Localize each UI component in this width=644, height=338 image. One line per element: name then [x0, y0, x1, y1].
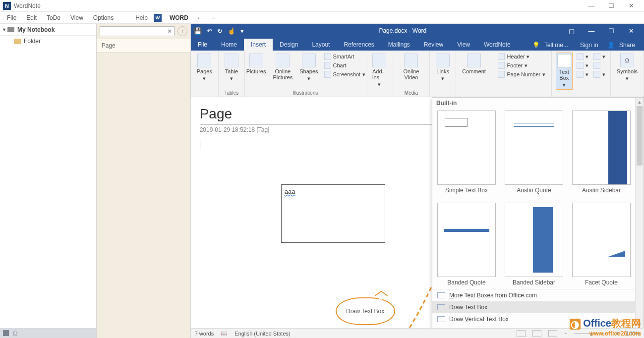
- gallery-item-simple[interactable]: Simple Text Box: [437, 111, 496, 194]
- online-video-button[interactable]: Online Video: [397, 53, 425, 81]
- language[interactable]: English (United States): [234, 331, 291, 337]
- share-button[interactable]: 👤 Share: [604, 40, 641, 51]
- qat-undo-icon[interactable]: ↶: [207, 27, 212, 35]
- document-area[interactable]: Page 2019-01-29 18:52:18 [Tag] aaa Draw …: [191, 97, 644, 328]
- collapse-icon[interactable]: ▾: [3, 27, 5, 32]
- gallery-item-banded-quote[interactable]: Banded Quote: [437, 203, 496, 286]
- inserted-text-box[interactable]: aaa: [281, 184, 385, 243]
- qat-touch-icon[interactable]: ☝: [228, 27, 235, 35]
- footer-btn-2[interactable]: ⎙: [13, 329, 17, 337]
- folder-item[interactable]: Folder: [0, 36, 96, 47]
- close-button[interactable]: ✕: [621, 2, 641, 9]
- page-number-button[interactable]: Page Number ▾: [497, 70, 546, 78]
- tab-references[interactable]: References: [337, 39, 381, 51]
- qat-redo-icon[interactable]: ↻: [217, 27, 223, 35]
- word-count[interactable]: 7 words: [195, 331, 214, 337]
- draw-vertical-text-box[interactable]: Draw Vertical Text Box: [432, 313, 644, 325]
- symbols-button[interactable]: ΩSymbols▾: [615, 53, 640, 83]
- chart-button[interactable]: Chart: [323, 61, 367, 69]
- word-close-button[interactable]: ✕: [621, 27, 641, 35]
- tab-home[interactable]: Home: [214, 39, 244, 51]
- tab-file[interactable]: File: [191, 39, 214, 51]
- nav-back-icon[interactable]: ←: [194, 14, 205, 22]
- gallery-item-banded-sidebar[interactable]: Banded Sidebar: [505, 203, 563, 286]
- text-box-button[interactable]: Text Box▾: [556, 53, 573, 90]
- table-button[interactable]: Table▾: [223, 53, 240, 83]
- qat-save-icon[interactable]: 💾: [194, 27, 202, 35]
- screenshot-button[interactable]: Screenshot ▾: [323, 70, 367, 78]
- view-print-icon[interactable]: [532, 330, 541, 337]
- menu-options[interactable]: Options: [89, 13, 117, 23]
- more-text-boxes[interactable]: More Text Boxes from Office.com▸: [432, 289, 644, 301]
- nav-forward-icon[interactable]: →: [207, 14, 218, 22]
- scroll-up-icon[interactable]: ▲: [636, 98, 644, 106]
- menu-view[interactable]: View: [66, 13, 87, 23]
- tab-mailings[interactable]: Mailings: [381, 39, 417, 51]
- gallery-scrollbar[interactable]: ▲ ▼: [635, 98, 644, 328]
- menu-help[interactable]: Help: [131, 13, 152, 23]
- object-button[interactable]: ▾: [592, 70, 606, 78]
- notebook-icon: [7, 27, 14, 32]
- wordart-icon: [577, 62, 584, 69]
- comment-button[interactable]: Comment: [460, 53, 488, 75]
- add-page-button[interactable]: +: [177, 26, 187, 36]
- group-media: Online Video Media: [393, 51, 430, 97]
- tell-me[interactable]: 💡 Tell me...: [529, 40, 574, 51]
- pages-button[interactable]: Pages▾: [195, 53, 214, 83]
- draw-text-box[interactable]: Draw Text Box: [432, 301, 644, 313]
- word-icon: W: [154, 14, 162, 22]
- online-pictures-button[interactable]: Online Pictures: [271, 53, 294, 81]
- page-list-item[interactable]: Page: [97, 39, 190, 53]
- gallery-item-austin-sidebar[interactable]: Austin Sidebar: [572, 111, 631, 194]
- menu-word[interactable]: WORD: [166, 13, 192, 23]
- sign-in[interactable]: Sign in: [577, 40, 601, 51]
- tab-layout[interactable]: Layout: [305, 39, 337, 51]
- pictures-button[interactable]: Pictures: [244, 53, 268, 75]
- menu-edit[interactable]: Edit: [22, 13, 41, 23]
- word-ribbon: Pages▾ Table▾ Tables Pictures Online Pic…: [191, 51, 644, 97]
- tab-insert[interactable]: Insert: [244, 39, 273, 51]
- word-minimize-button[interactable]: —: [582, 27, 601, 35]
- menu-todo[interactable]: ToDo: [43, 13, 64, 23]
- addins-button[interactable]: Add-ins▾: [370, 53, 389, 89]
- gallery-item-facet-quote[interactable]: Facet Quote: [572, 203, 631, 286]
- smartart-button[interactable]: SmartArt: [323, 53, 367, 60]
- tab-design[interactable]: Design: [273, 39, 305, 51]
- ribbon-options-icon[interactable]: ▢: [562, 27, 582, 35]
- view-web-icon[interactable]: [548, 330, 557, 337]
- tab-view[interactable]: View: [450, 39, 477, 51]
- date-button[interactable]: [592, 61, 606, 69]
- notebook-header[interactable]: ▾ My Notebook: [0, 24, 96, 36]
- footer-btn-1[interactable]: [3, 330, 9, 336]
- tab-wordnote[interactable]: WordNote: [477, 39, 518, 51]
- annotation-callout: Draw Text Box: [336, 297, 395, 325]
- footer-button[interactable]: Footer ▾: [497, 61, 528, 69]
- group-addins: Add-ins▾: [366, 51, 393, 97]
- links-button[interactable]: Links▾: [434, 53, 452, 83]
- zoom-in-button[interactable]: +: [616, 331, 619, 337]
- proofing-icon[interactable]: 📖: [221, 330, 228, 337]
- zoom-level[interactable]: 100%: [626, 331, 640, 337]
- gallery-item-austin-quote[interactable]: Austin Quote: [505, 111, 563, 194]
- scroll-down-icon[interactable]: ▼: [636, 320, 644, 328]
- wordart-button[interactable]: ▾: [576, 61, 589, 69]
- video-icon: [404, 54, 418, 67]
- menu-file[interactable]: File: [3, 13, 20, 23]
- sig-button[interactable]: ▾: [592, 53, 606, 60]
- scroll-thumb[interactable]: [637, 106, 643, 166]
- dropcap-button[interactable]: ▾: [576, 70, 589, 78]
- qat-customize-icon[interactable]: ▾: [240, 27, 244, 35]
- maximize-button[interactable]: ☐: [601, 2, 621, 9]
- quick-parts-button[interactable]: ▾: [576, 53, 589, 60]
- header-button[interactable]: Header ▾: [497, 53, 530, 60]
- wordnote-title: WordNote: [14, 2, 41, 9]
- word-maximize-button[interactable]: ☐: [601, 27, 621, 35]
- search-clear-icon[interactable]: ✕: [167, 28, 172, 35]
- shapes-button[interactable]: Shapes▾: [297, 53, 320, 83]
- search-input[interactable]: ✕: [100, 26, 175, 36]
- minimize-button[interactable]: —: [582, 2, 601, 9]
- zoom-out-button[interactable]: −: [564, 331, 567, 337]
- view-read-icon[interactable]: [517, 330, 526, 337]
- header-icon: [498, 53, 505, 60]
- tab-review[interactable]: Review: [417, 39, 450, 51]
